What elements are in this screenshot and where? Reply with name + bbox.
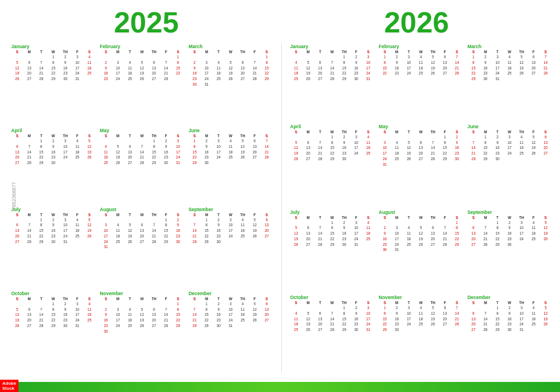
day-cell: 1	[148, 138, 160, 144]
day-cell: 23	[379, 242, 390, 248]
day-cell: 8	[479, 140, 491, 146]
day-cell: 17	[403, 316, 414, 322]
day-cell: 20	[314, 71, 326, 76]
days-grid: 1234567891011121314151617181920212223242…	[290, 305, 374, 333]
month-march: MarchSMTWTHFS123456789101112131415161718…	[189, 44, 273, 125]
day-cell: 28	[148, 239, 160, 245]
day-cell: 10	[59, 222, 71, 228]
day-header: TH	[338, 216, 350, 220]
day-cell: 27	[302, 242, 314, 248]
day-cell: 10	[391, 231, 403, 236]
day-cell: 5	[225, 60, 236, 66]
day-cell: 8	[172, 307, 184, 312]
day-cell: 25	[237, 318, 249, 323]
day-cell: 21	[189, 234, 200, 239]
empty-cell	[302, 220, 314, 226]
day-cell: 22	[468, 71, 479, 76]
day-header: W	[503, 301, 515, 305]
day-cell: 13	[249, 144, 260, 150]
day-cell: 18	[124, 318, 136, 323]
day-header: TH	[237, 213, 249, 217]
day-cell: 6	[23, 307, 35, 312]
day-header: S	[468, 216, 479, 220]
day-cell: 14	[23, 150, 35, 155]
day-cell: 6	[302, 140, 314, 146]
day-cell: 22	[35, 155, 47, 160]
day-cell: 2	[503, 220, 515, 226]
day-cell: 16	[479, 66, 491, 71]
day-cell: 6	[136, 222, 148, 228]
day-cell: 8	[451, 225, 463, 231]
day-header: T	[124, 134, 136, 138]
empty-cell	[160, 54, 172, 60]
empty-cell	[468, 134, 479, 140]
day-cell: 6	[11, 222, 23, 228]
day-cell: 8	[148, 144, 160, 150]
empty-cell	[11, 138, 23, 144]
day-cell: 25	[362, 151, 374, 156]
month-name: April	[11, 128, 95, 133]
day-cell: 21	[35, 71, 47, 76]
day-cell: 21	[314, 236, 326, 242]
day-cell: 4	[528, 305, 539, 311]
day-cell: 1	[468, 54, 479, 60]
day-cell: 29	[492, 242, 503, 248]
day-header: TH	[59, 50, 71, 54]
day-cell: 18	[83, 312, 95, 318]
day-cell: 3	[225, 217, 236, 223]
month-name: July	[11, 207, 95, 212]
month-january: JanuarySMTWTHFS1234567891011121314151617…	[290, 44, 374, 122]
day-header: T	[35, 297, 47, 301]
day-cell: 11	[290, 66, 302, 71]
day-cell: 18	[403, 236, 414, 242]
day-header: M	[391, 216, 403, 220]
day-header: T	[492, 50, 503, 54]
day-cell: 30	[503, 242, 515, 248]
day-header: S	[451, 50, 463, 54]
day-header: W	[326, 130, 338, 134]
day-cell: 8	[35, 144, 47, 150]
empty-cell	[213, 54, 225, 60]
month-september: SeptemberSMTWTHFS12345678910111213141516…	[468, 209, 552, 293]
day-cell: 1	[261, 54, 273, 60]
day-cell: 5	[415, 225, 427, 231]
month-august: AugustSMTWTHFS12345678910111213141516171…	[100, 207, 184, 288]
empty-cell	[112, 138, 124, 144]
day-cell: 17	[112, 71, 124, 76]
month-name: April	[290, 124, 374, 129]
day-cell: 22	[172, 318, 184, 323]
day-cell: 4	[237, 217, 249, 223]
month-july: JulySMTWTHFS1234567891011121314151617181…	[11, 207, 95, 288]
day-cell: 6	[11, 144, 23, 150]
day-header: W	[47, 297, 59, 301]
day-cell: 3	[492, 54, 503, 60]
day-cell: 22	[35, 234, 47, 239]
day-cell: 25	[528, 236, 539, 242]
day-cell: 14	[314, 231, 326, 236]
day-cell: 11	[225, 144, 236, 150]
day-header: S	[100, 50, 111, 54]
day-cell: 8	[35, 222, 47, 228]
day-cell: 17	[391, 236, 403, 242]
day-cell: 29	[47, 76, 59, 82]
day-cell: 12	[83, 144, 95, 150]
empty-cell	[290, 220, 302, 226]
day-cell: 1	[492, 220, 503, 226]
day-header: S	[362, 50, 374, 54]
day-cell: 9	[350, 60, 362, 66]
day-cell: 1	[439, 134, 451, 140]
month-august: AugustSMTWTHFS12345678910111213141516171…	[379, 209, 463, 293]
day-cell: 9	[213, 222, 225, 228]
day-header: M	[200, 134, 212, 138]
day-header: S	[261, 213, 273, 217]
day-header: W	[415, 50, 427, 54]
day-cell: 18	[112, 234, 124, 239]
day-cell: 15	[451, 231, 463, 236]
day-cell: 11	[124, 66, 136, 71]
day-cell: 26	[124, 239, 136, 245]
day-cell: 26	[83, 234, 95, 239]
month-name: March	[468, 44, 552, 49]
day-cell: 22	[379, 71, 390, 76]
days-grid: 1234567891011121314151617181920212223242…	[100, 301, 184, 334]
empty-cell	[391, 220, 403, 226]
